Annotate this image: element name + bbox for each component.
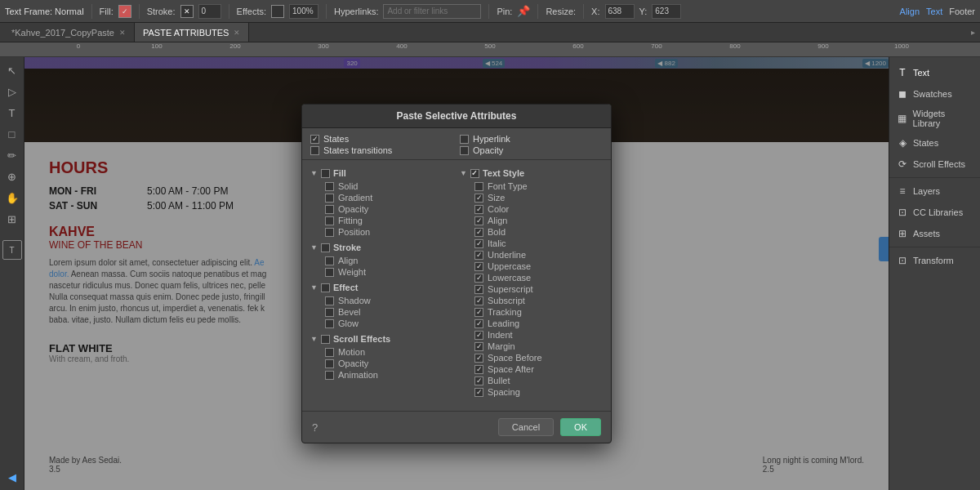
- ts-align-checkbox[interactable]: [474, 216, 483, 225]
- scroll-effects-arrow[interactable]: ▼: [310, 335, 318, 343]
- rp-scroll-effects[interactable]: ⟳ Scroll Effects: [889, 154, 980, 175]
- tab-kahve-close[interactable]: ✕: [119, 29, 126, 37]
- ts-subscript-checkbox[interactable]: [474, 296, 483, 305]
- effect-bevel-label: Bevel: [338, 307, 361, 317]
- scroll-motion-row: Motion: [310, 346, 453, 358]
- align-button[interactable]: Align: [900, 7, 920, 16]
- canvas-area[interactable]: 320 ◀ 524 ◀ 882 ◀ 1200 HOURS MON - FRI 5…: [24, 57, 889, 490]
- states-label: States: [323, 134, 349, 144]
- fill-position-checkbox[interactable]: [325, 228, 334, 237]
- ts-bullet-checkbox[interactable]: [474, 376, 483, 385]
- ts-font-type-checkbox[interactable]: [474, 182, 483, 191]
- ts-color-checkbox[interactable]: [474, 205, 483, 214]
- x-input[interactable]: [605, 4, 635, 19]
- rp-text[interactable]: T Text: [889, 62, 980, 83]
- stroke-align-checkbox[interactable]: [325, 256, 334, 265]
- cancel-button[interactable]: Cancel: [498, 418, 554, 436]
- text-style-section: ▼ Text Style Font Type Size: [460, 168, 603, 398]
- effect-shadow-checkbox[interactable]: [325, 296, 334, 305]
- tool-zoom[interactable]: ⊕: [2, 167, 22, 186]
- dialog-top-section: States States transitions Hyperlink: [302, 128, 611, 160]
- ts-italic-checkbox[interactable]: [474, 239, 483, 248]
- ts-size-checkbox[interactable]: [474, 194, 483, 203]
- text-style-checkbox[interactable]: [470, 169, 479, 178]
- scroll-effects-checkbox[interactable]: [321, 335, 330, 344]
- pin-icon: 📌: [517, 5, 530, 17]
- ts-spacing-label: Spacing: [488, 387, 520, 397]
- fill-opacity-checkbox[interactable]: [325, 205, 334, 214]
- rp-layers[interactable]: ≡ Layers: [889, 180, 980, 202]
- ts-bold-label: Bold: [488, 227, 506, 237]
- tool-type2[interactable]: T: [2, 240, 22, 260]
- stroke-section-checkbox[interactable]: [321, 243, 330, 252]
- fill-fitting-checkbox[interactable]: [325, 216, 334, 225]
- help-icon[interactable]: ?: [312, 421, 318, 434]
- ts-underline-checkbox[interactable]: [474, 251, 483, 260]
- rp-cc-libraries[interactable]: ⊡ CC Libraries: [889, 202, 980, 223]
- tab-kahve[interactable]: *Kahve_2017_CopyPaste ✕: [3, 23, 135, 42]
- rp-widgets[interactable]: ▦ Widgets Library: [889, 105, 980, 132]
- ok-button[interactable]: OK: [560, 418, 601, 436]
- tool-crop[interactable]: ⊞: [2, 209, 22, 229]
- hyperlinks-input[interactable]: [383, 4, 481, 19]
- fill-swatch[interactable]: [118, 5, 131, 18]
- rp-states[interactable]: ◈ States: [889, 132, 980, 154]
- tool-rectangle[interactable]: □: [2, 124, 22, 144]
- effect-section-checkbox[interactable]: [321, 283, 330, 292]
- states-checkbox[interactable]: [310, 135, 319, 144]
- fill-solid-checkbox[interactable]: [325, 182, 334, 191]
- rp-assets[interactable]: ⊞ Assets: [889, 223, 980, 244]
- ts-space-before-checkbox[interactable]: [474, 354, 483, 363]
- hyperlink-checkbox[interactable]: [460, 135, 469, 144]
- ts-superscript-checkbox[interactable]: [474, 285, 483, 294]
- scroll-motion-checkbox[interactable]: [325, 348, 334, 357]
- scroll-opacity-checkbox[interactable]: [325, 359, 334, 368]
- fill-section-header: ▼ Fill: [310, 168, 453, 178]
- ruler-900: 900: [817, 42, 828, 50]
- effects-value-input[interactable]: [289, 4, 318, 19]
- scroll-animation-checkbox[interactable]: [325, 371, 334, 380]
- tool-arrow[interactable]: ↖: [2, 60, 22, 80]
- ts-bold-checkbox[interactable]: [474, 228, 483, 237]
- scroll-effects-icon: ⟳: [896, 158, 909, 171]
- rp-transform[interactable]: ⊡ Transform: [889, 250, 980, 271]
- ts-lowercase-checkbox[interactable]: [474, 274, 483, 283]
- ruler-800: 800: [729, 42, 740, 50]
- effect-arrow[interactable]: ▼: [310, 283, 318, 292]
- fill-arrow[interactable]: ▼: [310, 169, 318, 177]
- ts-spacing-checkbox[interactable]: [474, 388, 483, 397]
- fill-section-checkbox[interactable]: [321, 169, 330, 178]
- ts-uppercase-checkbox[interactable]: [474, 262, 483, 271]
- ts-space-after-checkbox[interactable]: [474, 365, 483, 374]
- stroke-arrow[interactable]: ▼: [310, 243, 318, 252]
- y-input[interactable]: [652, 4, 681, 19]
- stroke-swatch[interactable]: ✕: [180, 5, 194, 18]
- text-style-arrow[interactable]: ▼: [460, 169, 467, 177]
- tool-pen[interactable]: ✏: [2, 145, 22, 165]
- ts-margin-checkbox[interactable]: [474, 342, 483, 351]
- ts-tracking-checkbox[interactable]: [474, 308, 483, 317]
- tool-hand[interactable]: ✋: [2, 188, 22, 207]
- fill-opacity-row: Opacity: [310, 203, 453, 215]
- tool-nav[interactable]: ◀: [2, 467, 22, 487]
- ts-align-row: Align: [460, 215, 603, 226]
- effect-glow-checkbox[interactable]: [325, 319, 334, 328]
- tool-pointer[interactable]: ▷: [2, 82, 22, 101]
- text-toolbar-label[interactable]: Text: [926, 7, 942, 16]
- ts-leading-checkbox[interactable]: [474, 319, 483, 328]
- sep3: [229, 4, 229, 19]
- states-row: States: [310, 133, 453, 145]
- opacity-top-checkbox[interactable]: [460, 146, 469, 155]
- stroke-value-input[interactable]: [198, 4, 221, 19]
- fill-gradient-checkbox[interactable]: [325, 194, 334, 203]
- tab-paste-close[interactable]: ✕: [234, 29, 240, 37]
- rp-swatches[interactable]: ◼ Swatches: [889, 83, 980, 105]
- stroke-weight-checkbox[interactable]: [325, 268, 334, 277]
- ruler-300: 300: [318, 42, 328, 50]
- effect-bevel-checkbox[interactable]: [325, 308, 334, 317]
- effect-glow-label: Glow: [338, 318, 359, 328]
- tab-paste[interactable]: PASTE ATTRIBUTES ✕: [135, 23, 249, 42]
- states-transitions-checkbox[interactable]: [310, 146, 319, 155]
- tool-text[interactable]: T: [2, 103, 22, 122]
- ts-indent-checkbox[interactable]: [474, 331, 483, 340]
